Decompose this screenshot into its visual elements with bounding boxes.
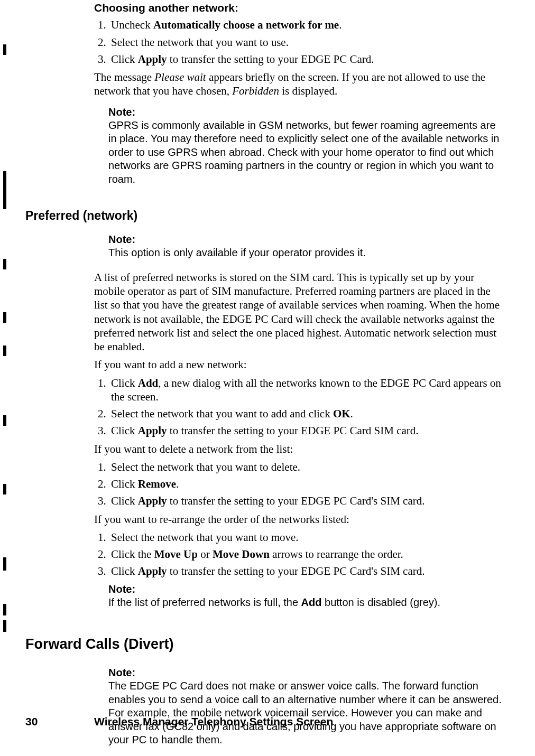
- step: Select the network that you want to dele…: [109, 460, 503, 474]
- note-label: Note:: [108, 583, 503, 596]
- step: Select the network that you want to add …: [109, 407, 503, 421]
- footer-title: Wireless Manager Telephony Settings Scre…: [94, 715, 333, 727]
- changebar: [3, 171, 6, 209]
- note-label: Note:: [108, 106, 503, 119]
- step: Click Apply to transfer the setting to y…: [109, 564, 503, 578]
- paragraph: The message Please wait appears briefly …: [94, 70, 503, 98]
- note-body: This option is only available if your op…: [108, 246, 503, 260]
- paragraph: If you want to add a new network:: [94, 358, 503, 371]
- heading-forward-calls: Forward Calls (Divert): [25, 636, 535, 654]
- steps-move-network: Select the network that you want to move…: [94, 530, 503, 578]
- note-body: GPRS is commonly available in GSM networ…: [108, 119, 503, 186]
- changebar: [3, 259, 6, 269]
- page-footer: 30Wireless Manager Telephony Settings Sc…: [25, 715, 333, 729]
- heading-choosing-network: Choosing another network:: [94, 1, 503, 15]
- changebar: [3, 415, 6, 426]
- step: Select the network that you want to use.: [109, 35, 503, 49]
- heading-preferred-network: Preferred (network): [25, 208, 535, 223]
- note-body: The EDGE PC Card does not make or answer…: [108, 679, 503, 747]
- step: Select the network that you want to move…: [109, 530, 503, 544]
- steps-add-network: Click Add, a new dialog with all the net…: [94, 376, 503, 438]
- note-label: Note:: [108, 233, 503, 246]
- step: Click Remove.: [109, 477, 503, 491]
- paragraph: A list of preferred networks is stored o…: [94, 270, 503, 354]
- note-label: Note:: [108, 666, 503, 679]
- changebar: [3, 620, 6, 632]
- step: Click Add, a new dialog with all the net…: [109, 376, 503, 404]
- changebar: [3, 557, 6, 571]
- changebar: [3, 604, 6, 615]
- document-page: Choosing another network: Uncheck Automa…: [0, 0, 535, 756]
- step: Uncheck Automatically choose a network f…: [109, 18, 503, 32]
- step: Click Apply to transfer the setting to y…: [109, 424, 503, 437]
- changebar: [3, 44, 6, 55]
- step: Click Apply to transfer the setting to y…: [109, 494, 503, 508]
- changebar: [3, 346, 6, 356]
- page-number: 30: [25, 715, 94, 729]
- step: Click the Move Up or Move Down arrows to…: [109, 547, 503, 561]
- changebar: [3, 312, 6, 323]
- steps-delete-network: Select the network that you want to dele…: [94, 460, 503, 508]
- step: Click Apply to transfer the setting to y…: [109, 52, 503, 66]
- paragraph: If you want to re-arrange the order of t…: [94, 512, 503, 526]
- note-body: If the list of preferred networks is ful…: [108, 596, 503, 610]
- paragraph: If you want to delete a network from the…: [94, 442, 503, 456]
- changebar: [3, 484, 6, 494]
- steps-choose-network: Uncheck Automatically choose a network f…: [94, 18, 503, 66]
